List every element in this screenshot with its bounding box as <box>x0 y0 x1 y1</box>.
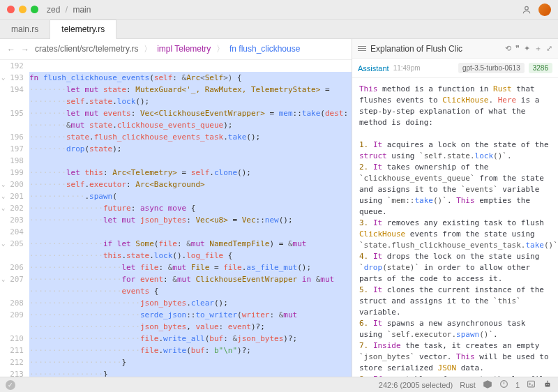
code-line[interactable]: ⌄201············.spawn( <box>0 190 352 202</box>
svg-point-4 <box>546 384 547 385</box>
fold-icon[interactable]: ⌄ <box>1 273 5 285</box>
line-content[interactable]: ····················events { <box>29 285 352 297</box>
code-line[interactable]: ⌄205················if let Some(file: &m… <box>0 238 352 250</box>
fold-icon[interactable]: ⌄ <box>1 72 5 84</box>
ai-icon[interactable] <box>543 379 552 391</box>
line-content[interactable]: ········self.executor: Arc<Background> <box>29 179 352 190</box>
line-content[interactable]: ························file.write_all(b… <box>29 333 352 345</box>
line-content[interactable] <box>29 226 352 238</box>
code-line[interactable]: 197········drop(state); <box>0 143 352 155</box>
svg-rect-2 <box>528 381 535 387</box>
line-content[interactable]: ················if let Some(file: &mut N… <box>29 238 352 250</box>
code-line[interactable]: 213················} <box>0 368 352 377</box>
breadcrumb-fn[interactable]: fn flush_clickhouse <box>229 44 300 54</box>
cursor-position[interactable]: 242:6 (2005 selected) <box>379 381 453 389</box>
branch-name: main <box>73 5 91 15</box>
magic-icon[interactable]: ✦ <box>524 44 530 53</box>
tab-telemetry-rs[interactable]: telemetry.rs <box>50 20 116 39</box>
code-line[interactable]: ⌄202················future: async move { <box>0 202 352 214</box>
assistant-time: 11:49pm <box>393 64 421 72</box>
assistant-pane: Explanation of Flush Clic ⟲ ❞ ✦ ＋ ⤢ Assi… <box>352 39 558 377</box>
line-content[interactable]: ················let mut json_bytes: Vec<… <box>29 214 352 226</box>
line-content[interactable]: ························file.write(buf: … <box>29 345 352 356</box>
fold-icon[interactable]: ⌄ <box>1 238 5 250</box>
line-content[interactable]: ········let mut events: Vec<ClickhouseEv… <box>29 107 352 119</box>
code-line[interactable]: 212····················} <box>0 356 352 368</box>
code-line[interactable]: 208························json_bytes.cl… <box>0 297 352 309</box>
notification-count[interactable]: 1 <box>515 381 520 389</box>
code-line[interactable]: 203················let mut json_bytes: V… <box>0 214 352 226</box>
line-content[interactable]: ········let this: Arc<Telemetry> = self.… <box>29 167 352 179</box>
line-content[interactable] <box>29 155 352 167</box>
code-line[interactable]: 209························serde_json::t… <box>0 309 352 321</box>
code-line[interactable]: 198 <box>0 155 352 167</box>
terminal-icon[interactable] <box>527 379 536 390</box>
check-icon[interactable]: ✓ <box>6 380 15 390</box>
line-content[interactable]: ························serde_json::to_w… <box>29 309 352 321</box>
code-line[interactable]: 194········let mut state: MutexGuard<'_,… <box>0 84 352 96</box>
diagnostics-icon[interactable] <box>499 379 508 390</box>
code-line[interactable]: ⌄200········self.executor: Arc<Backgroun… <box>0 179 352 190</box>
line-content[interactable]: ····················let file: &mut File … <box>29 262 352 273</box>
line-content[interactable]: ················future: async move { <box>29 202 352 214</box>
code-line[interactable]: 210························file.write_al… <box>0 333 352 345</box>
line-number <box>0 321 29 333</box>
code-line[interactable]: ························json_bytes, valu… <box>0 321 352 333</box>
nav-back-icon[interactable]: ← <box>7 45 15 54</box>
avatar[interactable] <box>538 3 551 16</box>
code-line[interactable]: ················this.state.lock().log_fi… <box>0 250 352 262</box>
line-content[interactable]: ····················} <box>29 356 352 368</box>
code-editor[interactable]: 192 ⌄193fn flush_clickhouse_events(self:… <box>0 60 352 377</box>
line-content[interactable]: ········drop(state); <box>29 143 352 155</box>
copilot-icon[interactable] <box>483 379 492 391</box>
fold-icon[interactable]: ⌄ <box>1 190 5 202</box>
code-line[interactable]: ⌄207····················for event: &mut … <box>0 273 352 285</box>
line-number: 211 <box>0 345 29 356</box>
fold-icon[interactable]: ⌄ <box>1 179 5 190</box>
history-icon[interactable]: ⟲ <box>505 44 511 53</box>
breadcrumb-path[interactable]: crates/client/src/telemetry.rs <box>35 44 138 54</box>
line-content[interactable]: ············.spawn( <box>29 190 352 202</box>
code-line[interactable]: 204 <box>0 226 352 238</box>
code-line[interactable]: 195········let mut events: Vec<Clickhous… <box>0 107 352 119</box>
close-window-button[interactable] <box>7 6 15 13</box>
code-line[interactable]: 199········let this: Arc<Telemetry> = se… <box>0 167 352 179</box>
line-content[interactable]: ········&mut state.clickhouse_events_que… <box>29 119 352 131</box>
expand-icon[interactable]: ⤢ <box>546 44 552 53</box>
code-line[interactable]: 192 <box>0 60 352 72</box>
language-mode[interactable]: Rust <box>460 381 476 389</box>
line-content[interactable]: ········state.flush_clickhouse_events_ta… <box>29 131 352 143</box>
fold-icon[interactable]: ⌄ <box>1 202 5 214</box>
plus-icon[interactable]: ＋ <box>534 43 542 54</box>
line-content[interactable]: ····················for event: &mut Clic… <box>29 273 352 285</box>
line-content[interactable]: ········let mut state: MutexGuard<'_, Ra… <box>29 84 352 96</box>
line-content[interactable]: ························json_bytes, valu… <box>29 321 352 333</box>
nav-forward-icon[interactable]: → <box>21 45 29 54</box>
minimize-window-button[interactable] <box>19 6 27 13</box>
code-line[interactable]: ⌄193fn flush_clickhouse_events(self: &Ar… <box>0 72 352 84</box>
line-content[interactable] <box>29 60 352 72</box>
line-content[interactable]: fn flush_clickhouse_events(self: &Arc<Se… <box>29 72 352 84</box>
assistant-role: Assistant <box>358 64 389 73</box>
quote-icon[interactable]: ❞ <box>515 44 520 53</box>
code-line[interactable]: 196········state.flush_clickhouse_events… <box>0 131 352 143</box>
line-number: ⌄200 <box>0 179 29 190</box>
breadcrumb-impl[interactable]: impl Telemetry <box>157 44 211 54</box>
code-line[interactable]: 211························file.write(bu… <box>0 345 352 356</box>
assistant-model[interactable]: gpt-3.5-turbo-0613 <box>458 63 525 73</box>
maximize-window-button[interactable] <box>31 6 38 13</box>
line-content[interactable]: ········self.state.lock(); <box>29 96 352 107</box>
tab-main-rs[interactable]: main.rs <box>0 20 50 38</box>
line-number: 192 <box>0 60 29 72</box>
code-line[interactable]: ········self.state.lock(); <box>0 96 352 107</box>
assistant-body[interactable]: This method is a function in Rust that f… <box>352 78 558 377</box>
code-line[interactable]: ····················events { <box>0 285 352 297</box>
user-icon[interactable] <box>522 5 531 15</box>
line-number: 203 <box>0 214 29 226</box>
code-line[interactable]: ········&mut state.clickhouse_events_que… <box>0 119 352 131</box>
hamburger-icon[interactable] <box>358 46 366 51</box>
code-line[interactable]: 206····················let file: &mut Fi… <box>0 262 352 273</box>
line-content[interactable]: ················this.state.lock().log_fi… <box>29 250 352 262</box>
line-content[interactable]: ················} <box>29 368 352 377</box>
line-content[interactable]: ························json_bytes.clear… <box>29 297 352 309</box>
